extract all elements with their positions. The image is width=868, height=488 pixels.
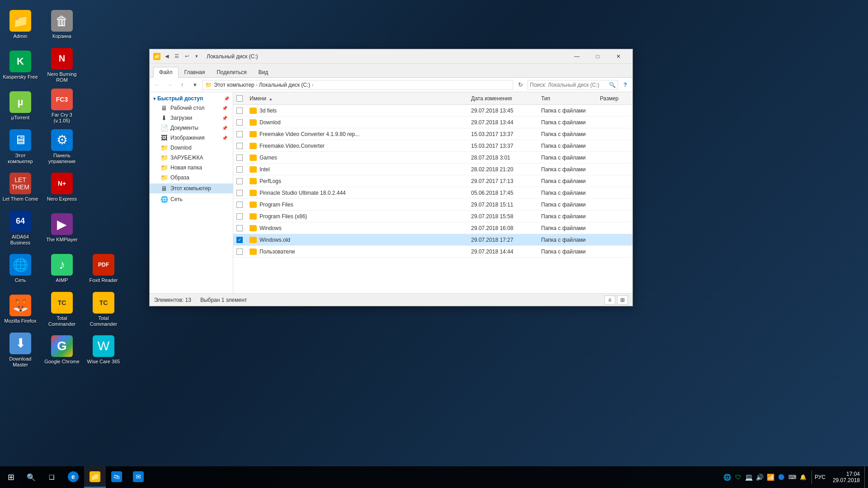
nav-back-btn[interactable]: ← [151,80,162,90]
file-row-check[interactable] [233,213,246,220]
file-row-check[interactable] [233,166,246,173]
desktop-icon-nero[interactable]: N Nero Burning ROM [42,45,82,86]
tray-lang[interactable]: РУС [816,466,825,488]
search-input[interactable] [530,82,609,88]
file-row-check[interactable] [233,190,246,196]
row-checkbox[interactable] [236,119,243,126]
taskbar-search-btn[interactable]: 🔍 [22,466,41,488]
file-row-check[interactable] [233,202,246,208]
desktop-icon-totalcmd2[interactable]: TC Total Commander [83,289,124,330]
file-row[interactable]: Program Files (x86)29.07.2018 15:58Папка… [233,211,632,222]
desktop-icon-admin[interactable]: 📁 Admin [0,5,41,45]
file-row-check[interactable] [233,155,246,161]
nav-downlod-folder[interactable]: 📁 Downlod [150,143,233,153]
nav-desktop[interactable]: 🖥 Рабочий стол 📌 [150,103,233,113]
file-row-check[interactable] [233,119,246,126]
file-row-check[interactable] [233,178,246,184]
file-row[interactable]: Freemake.Video.Converter15.03.2017 13:37… [233,140,632,152]
desktop-icon-neroexpress[interactable]: N+ Nero Express [42,167,82,208]
select-all-checkbox[interactable] [236,95,243,102]
file-row[interactable]: Intel28.02.2018 21:20Папка с файлами [233,164,632,175]
file-row-check[interactable] [233,225,246,231]
tray-security-icon[interactable]: 🛡 [734,466,743,488]
file-row[interactable]: Games28.07.2018 3:01Папка с файлами [233,152,632,164]
row-checkbox[interactable] [236,143,243,149]
nav-new-folder[interactable]: 📁 Новая папка [150,163,233,173]
nav-downloads[interactable]: ⬇ Загрузки 📌 [150,113,233,123]
tab-share[interactable]: Поделиться [211,67,252,77]
tray-bluetooth-icon[interactable]: 🔵 [777,466,786,488]
row-checkbox[interactable] [236,131,243,137]
show-desktop-btn[interactable]: | [864,466,868,488]
qab-properties-btn[interactable]: ☰ [172,52,181,61]
tray-wifi-icon[interactable]: 📶 [766,466,775,488]
view-list-btn[interactable]: ≡ [604,296,615,305]
taskbar-edge-btn[interactable]: e [62,466,84,488]
address-breadcrumb[interactable]: 📁 Этот компьютер › Локальный диск (C:) › [202,80,513,90]
tab-view[interactable]: Вид [252,67,274,77]
desktop-icon-farcry3[interactable]: FC3 Far Cry 3 (v.1.05) [42,86,82,127]
taskbar-store-btn[interactable]: 🛍 [106,466,127,488]
row-checkbox[interactable] [236,155,243,161]
desktop-icon-panel[interactable]: ⚙ Панель управления [42,127,82,167]
tray-input-icon[interactable]: ⌨ [788,466,797,488]
row-checkbox[interactable] [236,249,243,255]
tab-main[interactable]: Главная [179,67,211,77]
start-button[interactable]: ⊞ [0,466,22,488]
file-row[interactable]: Пользователи29.07.2018 14:44Папка с файл… [233,246,632,258]
desktop-icon-kaspersky[interactable]: K Kaspersky Free [0,45,41,86]
nav-network[interactable]: 🌐 Сеть [150,194,233,204]
search-icon[interactable]: 🔍 [609,82,616,88]
col-header-type[interactable]: Тип [538,95,596,102]
file-row[interactable]: Downlod29.07.2018 13:44Папка с файлами [233,117,632,128]
desktop-icon-firefox[interactable]: 🦊 Mozilla Firefox [0,289,41,330]
desktop-icon-dlmaster[interactable]: ⬇ Download Master [0,330,41,371]
desktop-icon-chrome[interactable]: G Google Chrome [42,330,82,371]
row-checkbox[interactable] [236,166,243,173]
file-row[interactable]: ✓Windows.old29.07.2018 17:27Папка с файл… [233,234,632,246]
col-header-name[interactable]: Имени ▲ [246,95,467,102]
taskbar-explorer-btn[interactable]: 📁 [84,466,106,488]
tray-network-icon[interactable]: 🌐 [723,466,732,488]
desktop-icon-wisecare[interactable]: W Wise Care 365 [83,330,124,371]
desktop-icon-utorrent[interactable]: µ µTorrent [0,86,41,127]
task-view-btn[interactable]: ❑ [41,466,62,488]
nav-this-pc[interactable]: 🖥 Этот компьютер [150,183,233,193]
desktop-icon-kmplayer[interactable]: ▶ The KMPlayer [42,208,82,249]
tray-volume-icon[interactable]: 🔔 [799,466,808,488]
header-check[interactable] [233,95,246,102]
qab-down-btn[interactable]: ▾ [192,52,201,61]
row-checkbox[interactable] [236,178,243,184]
row-checkbox[interactable] [236,108,243,114]
qab-back-btn[interactable]: ◀ [162,52,171,61]
desktop-icon-recycle[interactable]: 🗑 Корзина [42,5,82,45]
nav-zarubejka[interactable]: 📁 ЗАРУБЕЖКА [150,153,233,163]
file-row[interactable]: 3d fiels29.07.2018 13:45Папка с файлами [233,105,632,117]
desktop-icon-aimp[interactable]: ♪ AIMP [42,249,82,289]
row-checkbox[interactable] [236,225,243,231]
help-btn[interactable]: ? [620,80,631,90]
row-checkbox[interactable] [236,190,243,196]
row-checkbox[interactable] [236,202,243,208]
file-row-check[interactable] [233,131,246,137]
file-row-check[interactable] [233,249,246,255]
file-row-check[interactable] [233,108,246,114]
tray-sound-icon[interactable]: 🔊 [755,466,764,488]
nav-recent-btn[interactable]: ▾ [189,80,200,90]
file-row[interactable]: Windows29.07.2018 16:08Папка с файлами [233,222,632,234]
col-header-date[interactable]: Дата изменения [467,95,538,102]
file-row[interactable]: PerfLogs29.07.2017 17:13Папка с файлами [233,175,632,187]
nav-forward-btn[interactable]: → [164,80,175,90]
tab-file[interactable]: Файл [153,67,179,78]
desktop-icon-foxit[interactable]: PDF Foxit Reader [83,249,124,289]
desktop-icon-totalcmd1[interactable]: TC Total Commander [42,289,82,330]
row-checkbox[interactable] [236,213,243,220]
taskbar-clock[interactable]: 17:04 29.07.2018 [828,471,864,483]
nav-up-btn[interactable]: ↑ [177,80,188,90]
view-grid-btn[interactable]: ⊞ [617,296,628,305]
desktop-icon-letcome[interactable]: LETTHEM Let Them Come [0,167,41,208]
file-row-check[interactable]: ✓ [233,237,246,243]
file-row-check[interactable] [233,143,246,149]
file-row[interactable]: Program Files29.07.2018 15:11Папка с фай… [233,199,632,211]
nav-refresh-btn[interactable]: ↻ [515,80,526,90]
